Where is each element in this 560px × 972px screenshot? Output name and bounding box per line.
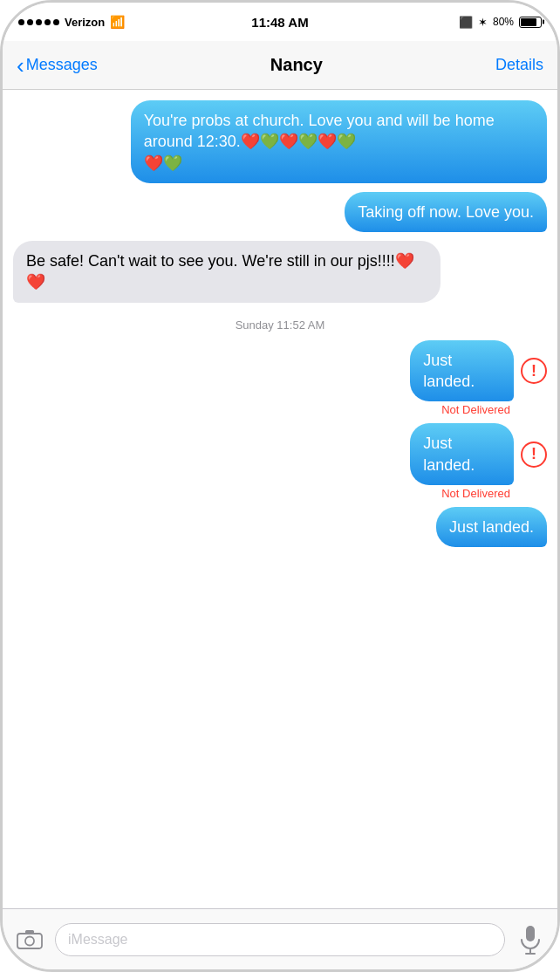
svg-rect-3 — [526, 926, 535, 941]
message-bubble-sent: You're probs at church. Love you and wil… — [131, 100, 547, 183]
back-chevron-icon: ‹ — [17, 54, 24, 77]
back-button[interactable]: ‹ Messages — [17, 54, 98, 77]
exclamation-mark: ! — [531, 445, 536, 463]
mic-icon — [519, 925, 542, 955]
message-text: You're probs at church. Love you and wil… — [144, 112, 495, 172]
status-left: Verizon 📶 — [18, 15, 125, 29]
not-delivered-label: Not Delivered — [441, 487, 547, 500]
svg-point-1 — [25, 936, 34, 945]
camera-button[interactable] — [13, 923, 46, 956]
input-bar: iMessage — [3, 908, 557, 969]
not-delivered-label: Not Delivered — [441, 403, 547, 416]
camera-icon — [17, 929, 43, 950]
message-bubble-sent: Just landed. — [410, 423, 514, 485]
message-input[interactable]: iMessage — [55, 923, 505, 956]
message-bubble-sent: Taking off now. Love you. — [345, 192, 547, 232]
input-placeholder: iMessage — [68, 932, 127, 948]
messages-area: You're probs at church. Love you and wil… — [3, 90, 557, 908]
message-text: Just landed. — [423, 435, 475, 473]
svg-rect-0 — [17, 934, 42, 948]
message-row: Just landed. — [13, 507, 547, 547]
details-button[interactable]: Details — [495, 56, 543, 74]
timestamp: Sunday 11:52 AM — [13, 318, 547, 332]
message-row-error: Just landed. ! Not Delivered — [13, 340, 547, 417]
wifi-icon: 📶 — [110, 15, 125, 29]
svg-rect-2 — [25, 930, 34, 934]
battery-percent: 80% — [493, 16, 514, 28]
bluetooth-icon: ✶ — [478, 16, 488, 29]
message-bubble-sent: Just landed. — [436, 507, 547, 547]
signal-bars — [18, 19, 59, 25]
battery-icon — [519, 17, 542, 28]
back-label: Messages — [26, 56, 98, 74]
bubble-error-row: Just landed. ! — [403, 423, 547, 485]
nav-bar: ‹ Messages Nancy Details — [3, 41, 557, 90]
message-bubble-received: Be safe! Can't wait to see you. We're st… — [13, 241, 440, 303]
message-row-error: Just landed. ! Not Delivered — [13, 423, 547, 500]
message-text: Be safe! Can't wait to see you. We're st… — [26, 252, 414, 291]
airplay-icon: ⬛ — [459, 16, 473, 29]
carrier-name: Verizon — [65, 16, 105, 29]
phone-frame: Verizon 📶 11:48 AM ⬛ ✶ 80% ‹ Messages Na… — [0, 0, 560, 972]
message-row: Be safe! Can't wait to see you. We're st… — [13, 241, 547, 303]
status-time: 11:48 AM — [251, 15, 308, 30]
error-icon[interactable]: ! — [521, 442, 547, 468]
message-row: Taking off now. Love you. — [13, 192, 547, 232]
exclamation-mark: ! — [531, 362, 536, 380]
message-text: Just landed. — [449, 518, 534, 536]
message-text: Taking off now. Love you. — [358, 203, 534, 221]
status-right: ⬛ ✶ 80% — [459, 16, 542, 29]
message-row: You're probs at church. Love you and wil… — [13, 100, 547, 183]
conversation-title: Nancy — [270, 55, 323, 75]
message-text: Just landed. — [423, 352, 475, 390]
status-bar: Verizon 📶 11:48 AM ⬛ ✶ 80% — [3, 3, 557, 41]
message-bubble-sent: Just landed. — [410, 340, 514, 402]
mic-button[interactable] — [514, 923, 547, 956]
bubble-error-row: Just landed. ! — [403, 340, 547, 402]
timestamp-text: Sunday 11:52 AM — [236, 318, 325, 332]
error-icon[interactable]: ! — [521, 358, 547, 384]
